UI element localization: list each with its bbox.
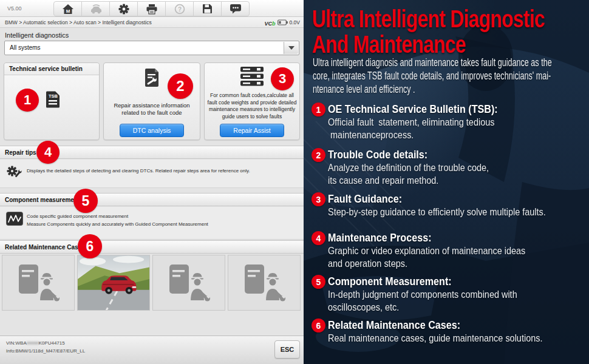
repair-tips-body: Displays the detailed steps of detecting…: [0, 160, 304, 188]
card-tsb-header: Technical service bulletin: [4, 63, 99, 75]
promo-badge-3: 3: [312, 192, 325, 206]
promo-badge-2: 2: [312, 148, 325, 162]
system-select-arrow-button[interactable]: [284, 42, 298, 54]
gear-icon: [118, 4, 129, 15]
toolbar-vehicle-button[interactable]: [81, 1, 110, 16]
promo-item-desc: Step-by-step guidance to efficiently sol…: [328, 206, 589, 218]
mechanic-case-icon: [241, 263, 287, 302]
promo-item-title: Trouble Code details:: [328, 147, 589, 161]
chat-icon: [230, 4, 242, 14]
case-thumbnail-placeholder[interactable]: [228, 255, 301, 311]
breadcrumb-bar: BMW > Automatic selection > Auto scan > …: [0, 17, 304, 28]
callout-badge-4: 4: [36, 141, 60, 164]
callout-badge-3: 3: [271, 67, 294, 90]
mechanic-case-icon: [15, 263, 61, 302]
promo-item-desc: Graphic or video explanation of maintena…: [328, 244, 589, 270]
promo-item-title: Fault Guidance:: [328, 192, 589, 206]
promo-item-desc: Analyze the definition of the trouble co…: [328, 161, 589, 187]
case-thumbnail-placeholder[interactable]: [152, 255, 225, 311]
fault-code-list-icon: [240, 67, 264, 89]
car-lift-icon: [89, 4, 103, 14]
svg-text:TSB: TSB: [49, 93, 58, 99]
toolbar-home-button[interactable]: M: [53, 1, 82, 16]
chevron-down-icon: [288, 46, 294, 50]
vehicle-info: VIN:WBA#####K0PU44715 Info:BMW/1/118d_M4…: [6, 339, 85, 355]
case-thumbnail-photo[interactable]: [77, 255, 150, 311]
vin-masked-segment: #####: [27, 340, 39, 346]
save-icon: [202, 4, 213, 14]
promo-item-title: Maintenance Process:: [328, 231, 589, 244]
esc-button[interactable]: ESC: [274, 340, 300, 359]
help-icon: ?: [174, 4, 185, 15]
svg-text:?: ?: [177, 5, 181, 12]
component-measurement-text: Code specific guided component measureme…: [27, 212, 208, 228]
card-dtc-text: Repair assistance information related to…: [104, 102, 200, 116]
breadcrumb: BMW > Automatic selection > Auto scan > …: [5, 17, 152, 28]
waveform-icon: [6, 212, 23, 228]
promo-badge-4: 4: [312, 231, 325, 245]
svg-text:M: M: [66, 8, 70, 13]
battery-icon: [277, 19, 288, 25]
mechanic-case-icon: [166, 263, 212, 302]
component-measurement-header: Component measurement: [0, 193, 304, 206]
component-measurement-body: Code specific guided component measureme…: [0, 207, 304, 240]
system-select-value: All systems: [10, 41, 41, 55]
vin-line: VIN:WBA#####K0PU44715: [6, 339, 85, 347]
toolbar-button-group: M: [53, 1, 250, 16]
repair-assist-button[interactable]: Repair Assist: [220, 124, 284, 137]
gear-wrench-icon: [6, 164, 22, 181]
callout-badge-2: 2: [168, 73, 193, 99]
diagnostic-app: V5.00 M: [0, 0, 304, 364]
promo-item-desc: In-depth judgment of components combined…: [328, 288, 589, 314]
toolbar-data-manager-button[interactable]: [193, 1, 222, 16]
repair-tips-text: Displays the detailed steps of detecting…: [27, 168, 250, 174]
case-thumbnail-placeholder[interactable]: [2, 255, 75, 311]
vci-label: VCb: [264, 17, 275, 28]
promo-badge-6: 6: [312, 318, 325, 332]
promo-item-title: OE Technical Service Bulletin (TSB):: [328, 102, 589, 116]
home-icon: M: [62, 4, 74, 15]
promo-item-desc: Official fault statement, eliminating te…: [328, 116, 589, 141]
promo-badge-5: 5: [312, 275, 325, 289]
toolbar-settings-button[interactable]: [109, 1, 138, 16]
vci-status: VCb 0.0V: [264, 17, 300, 28]
related-cases-header: Related Maintenance Cases: [0, 240, 304, 254]
promo-title: Ultra Intelligent Diagnostic And Mainten…: [312, 6, 589, 57]
page-title: Intelligent diagnostics: [5, 32, 69, 39]
callout-badge-5: 5: [73, 189, 98, 213]
dtc-analysis-button[interactable]: DTC analysis: [120, 124, 184, 137]
promo-panel: Ultra Intelligent Diagnostic And Mainten…: [304, 0, 589, 364]
printer-icon: [146, 4, 158, 15]
promo-item-title: Related Maintenance Cases:: [328, 318, 589, 332]
promo-badge-1: 1: [312, 103, 325, 116]
tsb-icon: TSB: [43, 90, 63, 112]
toolbar-help-button[interactable]: ?: [165, 1, 194, 16]
toolbar-remote-desk-button[interactable]: [221, 1, 250, 16]
callout-badge-6: 6: [78, 234, 102, 258]
toolbar-print-button[interactable]: [137, 1, 166, 16]
callout-badge-1: 1: [16, 89, 39, 112]
related-cases-thumbnails: [0, 255, 304, 311]
promo-item-desc: Real maintenance cases, guide maintenanc…: [328, 332, 589, 345]
footer-bar: VIN:WBA#####K0PU44715 Info:BMW/1/118d_M4…: [0, 335, 304, 364]
system-select[interactable]: All systems: [4, 41, 299, 55]
info-line: Info:BMW/1/118d_M47/E87/EUR_LL: [6, 347, 85, 355]
fault-code-document-icon: [141, 67, 163, 91]
promo-item-title: Component Measurement:: [328, 274, 589, 288]
promo-intro: Ultra intelligent diagnosis and maintena…: [313, 56, 584, 96]
battery-voltage: 0.0V: [290, 19, 301, 25]
screenshot: V5.00 M: [0, 0, 589, 364]
card-repair-assist-text: For common fault codes,calculate all fau…: [205, 92, 299, 120]
top-toolbar: V5.00 M: [0, 0, 304, 17]
red-suv-photo: [78, 255, 149, 311]
app-version: V5.00: [7, 5, 22, 12]
